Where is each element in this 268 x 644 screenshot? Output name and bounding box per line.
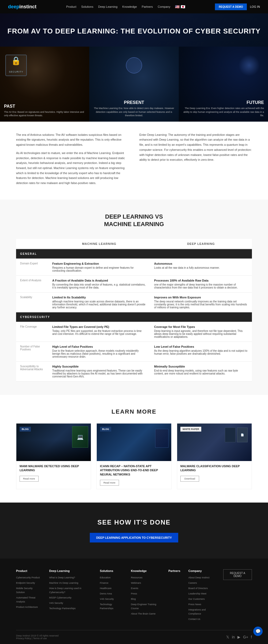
nav-company[interactable]: Company — [158, 5, 170, 8]
gplus-icon[interactable]: G+ — [243, 635, 248, 639]
list-item: V4S Security — [49, 601, 92, 605]
dl-desc-extent: one of the major strengths of deep learn… — [154, 283, 238, 289]
social-icons: 𝕏 in ▶ G+ f — [226, 635, 252, 639]
ml-title-domain: Feature Engineering & Extraction — [52, 262, 146, 265]
card-2-read-button[interactable]: Read more — [100, 480, 119, 486]
footer-company-links: About Deep Instinct Careers Board of Dir… — [188, 575, 215, 621]
nav-knowledge[interactable]: Knowledge — [122, 5, 137, 8]
text-col-1: The era of Antivirus solutions: The AV s… — [16, 132, 129, 189]
row-ml-extent: A Fraction of Available Data is Analyzed… — [48, 275, 150, 292]
text-col2-p1: Enter Deep Learning: The autonomy of the… — [139, 132, 252, 162]
twitter-icon[interactable]: 𝕏 — [226, 635, 229, 639]
table-row: Domain Expert Feature Engineering & Extr… — [16, 259, 252, 275]
section-general: GENERAL — [16, 249, 252, 259]
nav-product[interactable]: Product — [66, 5, 76, 8]
logo[interactable]: deepinstinct — [8, 4, 36, 10]
list-item: Events — [131, 586, 160, 590]
card-3-badge: WHITE PAPER — [180, 427, 201, 432]
list-item: Deep Engineer Training Course — [131, 602, 160, 610]
dl-desc-file-coverage: Deep learning is input agnostic, and the… — [154, 330, 243, 338]
section-cybersecurity: CYBERSECURITY — [16, 312, 252, 322]
card-3-body: MALWARE CLASSIFICATION USING DEEP LEARNI… — [177, 461, 252, 485]
row-ml-domain: Feature Engineering & Extraction Require… — [48, 259, 150, 275]
ml-desc-false-positives: Due to the feature selection approach, t… — [52, 349, 139, 358]
ml-desc-adversarial: Traditional machine learning uses engine… — [52, 369, 143, 378]
learn-more-section: LEARN MORE BLOG 💻 MAMI MALWARE DETECTED … — [0, 395, 268, 503]
nav-deep-learning[interactable]: Deep Learning — [98, 5, 117, 8]
card-2-title: ICANN RECAP – NATION-STATE APT ATTRIBUTI… — [100, 464, 168, 477]
table-row: Number of False Positives High Level of … — [16, 342, 252, 361]
panel-present-label: PRESENT — [93, 100, 174, 105]
logo-instinct: instinct — [19, 4, 36, 9]
row-label-adversarial: Susceptibility to Adversarial Attacks — [16, 361, 48, 381]
navigation: deepinstinct Product Solutions Deep Lear… — [0, 0, 268, 13]
list-item: Machine Vs Deep Learning — [49, 581, 92, 585]
footer-copyright-area: Deep Instinct 2019 © All rights reserved… — [16, 634, 58, 640]
dl-title-scalability: Improves on With More Exposure — [154, 296, 248, 299]
panel-future-desc: The Deep Learning Era: Even higher detec… — [183, 107, 264, 118]
terms-link[interactable]: Terms of use — [33, 637, 47, 640]
card-1-badge: BLOG — [20, 427, 31, 432]
footer-col-knowledge: Knowledge Resources Webinars Events Pres… — [131, 569, 160, 622]
footer-col-product: Product Cybersecurity Product Endpoint S… — [16, 569, 41, 622]
linkedin-icon[interactable]: in — [232, 635, 235, 639]
section-general-label: GENERAL — [16, 249, 252, 259]
nav-solutions[interactable]: Solutions — [81, 5, 93, 8]
deep-learning-app-button[interactable]: DEEP LEARNING APPLICATION TO CYBERSECURI… — [90, 533, 178, 542]
login-button[interactable]: LOG IN — [250, 5, 260, 8]
row-label-extent: Extent of Analysis — [16, 275, 48, 292]
panel-future-label: FUTURE — [183, 100, 264, 105]
nav-partners[interactable]: Partners — [142, 5, 153, 8]
footer: Product Cybersecurity Product Endpoint S… — [0, 559, 268, 644]
panel-present: PRESENT The Machine Learning Era: Now ab… — [89, 47, 178, 122]
list-item: Technology Partnerships — [100, 602, 123, 610]
list-item: Blog — [131, 597, 160, 601]
col-header-dl: DEEP LEARNING — [150, 239, 252, 249]
dl-desc-domain: Looks at all the raw data in a fully aut… — [154, 266, 220, 269]
text-section: The era of Antivirus solutions: The AV s… — [0, 122, 268, 200]
footer-request-demo-button[interactable]: REQUEST A DEMO — [223, 569, 252, 580]
comparison-title-text: DEEP LEARNING VS MACHINE LEARNING — [104, 213, 164, 228]
dl-title-file-coverage: Coverage for Most File Types — [154, 325, 248, 328]
list-item: Healthcare — [100, 586, 123, 590]
list-item: Press — [131, 591, 160, 595]
card-3-title: MALWARE CLASSIFICATION USING DEEP LEARNI… — [180, 464, 248, 473]
ml-desc-scalability: although machine learning can scale acro… — [52, 300, 146, 309]
col-header-ml: MACHINE LEARNING — [48, 239, 150, 249]
privacy-policy-link[interactable]: Privacy Policy — [16, 637, 31, 640]
request-demo-button[interactable]: REQUEST A DEMO — [215, 3, 247, 10]
list-item: How is Deep Learning used in Cybersecuri… — [49, 586, 92, 594]
list-item: Careers — [188, 581, 215, 585]
youtube-icon[interactable]: ▶ — [237, 635, 240, 639]
card-1-read-button[interactable]: Read more — [20, 476, 39, 482]
ml-title-false-positives: High Level of False Positives — [52, 345, 146, 348]
row-dl-scalability: Improves on With More Exposure The deep … — [150, 292, 252, 312]
list-item: Technology Partnerships — [49, 606, 92, 610]
chat-bubble[interactable]: 💬 — [253, 627, 263, 636]
footer-col-deeplearning-header: Deep Learning — [49, 569, 92, 572]
footer-copyright: Deep Instinct 2019 © All rights reserved — [16, 634, 58, 637]
ml-title-extent: A Fraction of Available Data is Analyzed — [52, 279, 146, 282]
list-item: Endpoint Security — [16, 581, 41, 585]
card-1-title: MAMI MALWARE DETECTED USING DEEP LEARNIN… — [20, 464, 88, 473]
row-dl-false-positives: Low Level of False Positives As the deep… — [150, 342, 252, 361]
table-row: Susceptibility to Adversarial Attacks Hi… — [16, 361, 252, 381]
col-header-empty — [16, 239, 48, 249]
card-1-body: MAMI MALWARE DETECTED USING DEEP LEARNIN… — [16, 461, 91, 485]
list-item: Integrations and Compliance — [188, 607, 215, 615]
panel-past: 🔒SECURITY PAST The AV Era: Based on sign… — [0, 47, 89, 122]
footer-col-solutions: Solutions Education Finance Healthcare D… — [100, 569, 123, 622]
card-3-download-button[interactable]: Download — [180, 476, 199, 482]
row-label-domain: Domain Expert — [16, 259, 48, 275]
panel-future: FUTURE The Deep Learning Era: Even highe… — [179, 47, 268, 122]
footer-knowledge-links: Resources Webinars Events Press Blog Dee… — [131, 575, 160, 615]
learn-more-title: LEARN MORE — [16, 408, 252, 415]
flag-icon[interactable]: 🇺🇸 🇯🇵 — [175, 5, 185, 9]
dl-desc-adversarial: End-to-end deep learning models, using r… — [154, 369, 238, 375]
dl-title-extent: Processes 100% of Available Raw Data — [154, 279, 248, 282]
dl-title-false-positives: Low Level of False Positives — [154, 345, 248, 348]
list-item: Webinars — [131, 581, 160, 585]
facebook-icon[interactable]: f — [251, 635, 252, 639]
card-2-badge: BLOG — [100, 427, 111, 432]
footer-col-deeplearning: Deep Learning What is Deep Learning? Mac… — [49, 569, 92, 622]
